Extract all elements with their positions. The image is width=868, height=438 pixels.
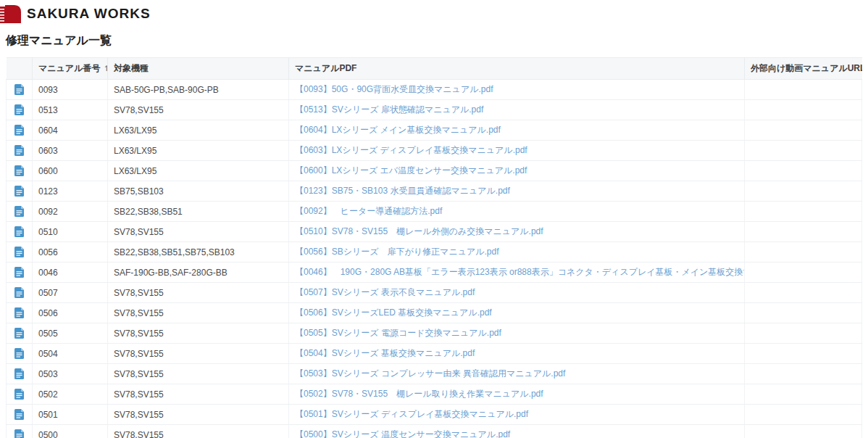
- manual-number-cell: 0500: [33, 425, 108, 438]
- manual-number-cell: 0600: [33, 161, 108, 181]
- document-icon[interactable]: [7, 222, 32, 241]
- row-icon-cell: [7, 202, 33, 222]
- video-url-cell: [745, 80, 862, 100]
- manual-pdf-link[interactable]: 【0513】SVシリーズ 扉状態確認マニュアル.pdf: [295, 104, 483, 115]
- video-url-cell: [745, 364, 862, 384]
- row-icon-cell: [7, 283, 33, 303]
- document-icon[interactable]: [7, 141, 32, 160]
- manual-number-cell: 0123: [33, 181, 108, 202]
- row-icon-cell: [7, 80, 33, 100]
- manual-pdf-link[interactable]: 【0123】SB75・SB103 水受皿貫通確認マニュアル.pdf: [295, 186, 510, 196]
- table-row: 0513 SV78,SV155 【0513】SVシリーズ 扉状態確認マニュアル.…: [7, 100, 862, 120]
- manual-number-cell: 0505: [33, 323, 108, 344]
- video-url-cell: [745, 141, 862, 161]
- target-models-cell: SV78,SV155: [108, 405, 289, 425]
- table-row: 0505 SV78,SV155 【0505】SVシリーズ 電源コード交換マニュア…: [7, 323, 862, 344]
- document-icon[interactable]: [7, 181, 32, 201]
- manual-pdf-link[interactable]: 【0507】SVシリーズ 表示不良マニュアル.pdf: [295, 287, 475, 297]
- document-icon[interactable]: [7, 344, 32, 363]
- manual-pdf-cell: 【0507】SVシリーズ 表示不良マニュアル.pdf: [289, 283, 745, 303]
- document-icon[interactable]: [7, 384, 32, 404]
- row-icon-cell: [7, 141, 33, 161]
- document-icon[interactable]: [7, 263, 32, 282]
- video-url-cell: [745, 222, 862, 242]
- manual-pdf-link[interactable]: 【0502】SV78・SV155 棚レール取り換え作業マニュアル.pdf: [295, 389, 543, 399]
- manual-pdf-link[interactable]: 【0092】 ヒーター導通確認方法.pdf: [295, 206, 442, 216]
- target-models-cell: SV78,SV155: [108, 364, 289, 384]
- manual-number-cell: 0510: [33, 222, 108, 242]
- top-brand-bar: SAKURA WORKS: [0, 0, 868, 26]
- manual-number-cell: 0056: [33, 242, 108, 263]
- video-url-cell: [745, 263, 862, 283]
- target-models-cell: SV78,SV155: [108, 303, 289, 323]
- document-icon[interactable]: [7, 303, 32, 323]
- document-icon[interactable]: [7, 283, 32, 302]
- manual-number-cell: 0501: [33, 405, 108, 425]
- video-url-cell: [745, 283, 862, 303]
- column-header-video-url[interactable]: 外部向け動画マニュアルURL⇅: [745, 58, 862, 80]
- manual-pdf-link[interactable]: 【0500】SVシリーズ 温度センサー交換マニュアル.pdf: [295, 429, 510, 438]
- manual-pdf-link[interactable]: 【0510】SV78・SV155 棚レール外側のみ交換マニュアル.pdf: [295, 226, 543, 236]
- manual-pdf-link[interactable]: 【0603】LXシリーズ ディスプレイ基板交換マニュアル.pdf: [295, 145, 527, 155]
- video-url-cell: [745, 405, 862, 425]
- document-icon[interactable]: [7, 202, 32, 221]
- row-icon-cell: [7, 425, 33, 438]
- video-url-cell: [745, 202, 862, 222]
- manual-pdf-link[interactable]: 【0046】 190G・280G AB基板「エラー表示123表示 or888表示…: [295, 267, 745, 277]
- manual-pdf-link[interactable]: 【0604】LXシリーズ メイン基板交換マニュアル.pdf: [295, 125, 501, 135]
- manual-pdf-link[interactable]: 【0056】SBシリーズ 扉下がり修正マニュアル.pdf: [295, 247, 499, 257]
- document-icon[interactable]: [7, 242, 32, 262]
- manual-pdf-link[interactable]: 【0093】50G・90G背面水受皿交換マニュアル.pdf: [295, 84, 493, 94]
- video-url-cell: [745, 323, 862, 344]
- table-row: 0510 SV78,SV155 【0510】SV78・SV155 棚レール外側の…: [7, 222, 862, 242]
- table-row: 0046 SAF-190G-BB,SAF-280G-BB 【0046】 190G…: [7, 263, 862, 283]
- document-icon[interactable]: [7, 161, 32, 181]
- manual-pdf-link[interactable]: 【0506】SVシリーズLED 基板交換マニュアル.pdf: [295, 307, 492, 318]
- target-models-cell: SB22,SB38,SB51: [108, 202, 289, 222]
- manual-pdf-cell: 【0510】SV78・SV155 棚レール外側のみ交換マニュアル.pdf: [289, 222, 745, 242]
- sort-icon[interactable]: ⇅: [104, 64, 107, 73]
- video-url-cell: [745, 303, 862, 323]
- table-row: 0092 SB22,SB38,SB51 【0092】 ヒーター導通確認方法.pd…: [7, 202, 862, 222]
- document-icon[interactable]: [7, 425, 32, 438]
- manuals-table-wrapper: マニュアル番号⇅ 対象機種 マニュアルPDF 外部向け動画マニュアルURL⇅: [6, 57, 862, 438]
- table-row: 0502 SV78,SV155 【0502】SV78・SV155 棚レール取り換…: [7, 384, 862, 405]
- table-row: 0504 SV78,SV155 【0504】SVシリーズ 基板交換マニュアル.p…: [7, 344, 862, 364]
- manual-pdf-link[interactable]: 【0505】SVシリーズ 電源コード交換マニュアル.pdf: [295, 328, 501, 338]
- target-models-cell: SV78,SV155: [108, 384, 289, 405]
- manual-pdf-cell: 【0513】SVシリーズ 扉状態確認マニュアル.pdf: [289, 100, 745, 120]
- manual-number-cell: 0513: [33, 100, 108, 120]
- row-icon-cell: [7, 303, 33, 323]
- video-url-cell: [745, 242, 862, 263]
- manual-pdf-link[interactable]: 【0501】SVシリーズ ディスプレイ基板交換マニュアル.pdf: [295, 409, 528, 419]
- column-header-manual-number-label: マニュアル番号: [38, 63, 100, 73]
- video-url-cell: [745, 120, 862, 141]
- document-icon[interactable]: [7, 405, 32, 424]
- document-icon[interactable]: [7, 120, 32, 140]
- row-icon-cell: [7, 242, 33, 263]
- table-row: 0603 LX63/LX95 【0603】LXシリーズ ディスプレイ基板交換マニ…: [7, 141, 862, 161]
- sakura-works-logo-icon: [0, 4, 22, 25]
- manual-pdf-link[interactable]: 【0600】LXシリーズ エバ温度センサー交換マニュアル.pdf: [295, 165, 527, 175]
- row-icon-cell: [7, 181, 33, 202]
- document-icon[interactable]: [7, 80, 32, 99]
- document-icon[interactable]: [7, 100, 32, 120]
- document-icon[interactable]: [7, 323, 32, 343]
- manual-pdf-cell: 【0056】SBシリーズ 扉下がり修正マニュアル.pdf: [289, 242, 745, 263]
- manual-pdf-link[interactable]: 【0503】SVシリーズ コンプレッサー由来 異音確認用マニュアル.pdf: [295, 368, 565, 379]
- row-icon-cell: [7, 384, 33, 405]
- table-row: 0503 SV78,SV155 【0503】SVシリーズ コンプレッサー由来 異…: [7, 364, 862, 384]
- row-icon-cell: [7, 323, 33, 344]
- manual-pdf-cell: 【0093】50G・90G背面水受皿交換マニュアル.pdf: [289, 80, 745, 100]
- column-header-manual-number[interactable]: マニュアル番号⇅: [33, 58, 108, 80]
- table-header-row: マニュアル番号⇅ 対象機種 マニュアルPDF 外部向け動画マニュアルURL⇅: [7, 58, 862, 80]
- manual-pdf-cell: 【0046】 190G・280G AB基板「エラー表示123表示 or888表示…: [289, 263, 745, 283]
- video-url-cell: [745, 161, 862, 181]
- manual-pdf-cell: 【0505】SVシリーズ 電源コード交換マニュアル.pdf: [289, 323, 745, 344]
- document-icon[interactable]: [7, 364, 32, 384]
- manual-pdf-link[interactable]: 【0504】SVシリーズ 基板交換マニュアル.pdf: [295, 348, 475, 358]
- target-models-cell: LX63/LX95: [108, 120, 289, 141]
- manual-pdf-cell: 【0504】SVシリーズ 基板交換マニュアル.pdf: [289, 344, 745, 364]
- manual-number-cell: 0092: [33, 202, 108, 222]
- table-row: 0093 SAB-50G-PB,SAB-90G-PB 【0093】50G・90G…: [7, 80, 862, 100]
